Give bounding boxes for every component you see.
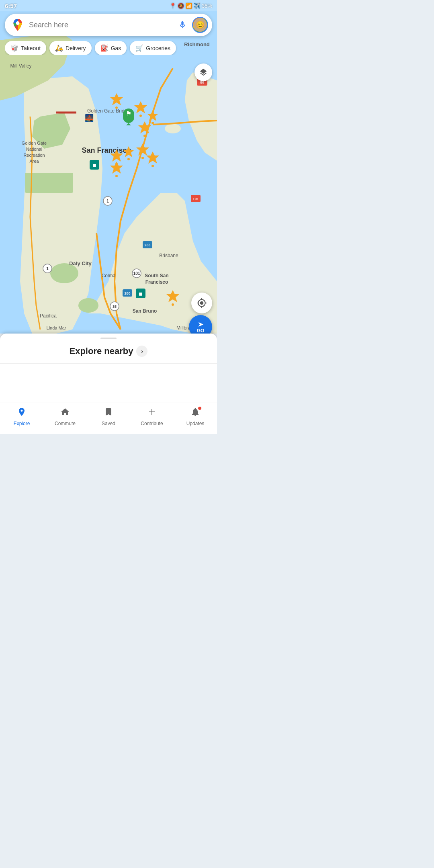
microphone-icon[interactable] [175,18,190,32]
nav-item-contribute[interactable]: Contribute [140,407,164,426]
groceries-pill[interactable]: 🛒 Groceries [130,41,176,55]
delivery-label: Delivery [66,45,86,51]
svg-point-50 [143,135,146,137]
nav-item-updates[interactable]: Updates [183,407,207,426]
updates-badge [198,406,202,410]
commute-nav-label: Commute [55,421,76,426]
groceries-icon: 🛒 [135,44,143,52]
svg-point-57 [151,165,154,167]
svg-text:◼: ◼ [92,162,96,168]
svg-text:Golden Gate: Golden Gate [22,141,47,145]
svg-text:◼: ◼ [139,291,143,297]
svg-point-49 [151,122,154,124]
svg-text:⚑: ⚑ [126,110,131,117]
nav-item-saved[interactable]: Saved [96,407,121,426]
svg-point-4 [165,124,181,133]
svg-text:Area: Area [29,159,39,164]
svg-text:Daly City: Daly City [69,260,92,266]
search-bar[interactable]: 😊 [5,14,212,36]
contribute-nav-icon [147,407,157,419]
gas-label: Gas [111,45,121,51]
takeout-label: Takeout [21,45,41,51]
maps-logo-icon [10,18,25,32]
svg-text:Colma: Colma [102,273,116,278]
nav-item-explore[interactable]: Explore [10,407,34,426]
svg-text:South San: South San [145,273,168,278]
category-pills: 🥡 Takeout 🛵 Delivery ⛽ Gas 🛒 Groceries [5,41,212,55]
svg-point-48 [139,115,142,117]
wifi-icon: 📶 [186,3,192,9]
silent-icon: 🔕 [178,3,184,9]
my-location-button[interactable] [191,293,212,313]
svg-text:101: 101 [192,197,199,201]
go-nav-arrow-icon: ➤ [198,320,204,329]
svg-text:Recreation: Recreation [23,153,45,158]
search-input[interactable] [29,21,175,29]
bottom-navigation: Explore Commute Saved Contribute [0,403,217,434]
status-time: 6:57 [5,2,17,9]
status-bar: 6:57 📍 🔕 📶 ✈️ 35% [0,0,217,11]
nav-item-commute[interactable]: Commute [53,407,77,426]
explore-nearby-label: Explore nearby [70,346,133,356]
explore-nav-label: Explore [14,421,30,426]
svg-point-63 [172,303,174,306]
svg-text:101: 101 [133,271,140,276]
svg-point-47 [115,106,118,109]
contribute-nav-label: Contribute [141,421,163,426]
updates-nav-label: Updates [186,421,205,426]
takeout-icon: 🥡 [10,44,18,52]
svg-text:Pacifica: Pacifica [40,313,57,319]
gas-icon: ⛽ [100,44,108,52]
groceries-label: Groceries [146,45,170,51]
svg-text:35: 35 [113,305,117,309]
explore-chevron-icon[interactable]: › [136,346,147,357]
battery-level: 35% [202,3,212,9]
svg-text:🌉: 🌉 [85,114,94,123]
sheet-handle [100,338,117,339]
svg-text:1: 1 [46,266,49,271]
explore-nav-icon [17,407,27,419]
delivery-pill[interactable]: 🛵 Delivery [49,41,92,55]
commute-nav-icon [60,407,70,419]
avatar-image: 😊 [193,18,207,32]
saved-nav-icon [104,407,113,419]
avatar[interactable]: 😊 [192,17,208,33]
status-icons: 📍 🔕 📶 ✈️ 35% [170,3,212,9]
svg-text:National: National [26,147,42,151]
svg-point-55 [127,158,130,160]
svg-point-64 [16,21,20,25]
gas-pill[interactable]: ⛽ Gas [95,41,127,55]
svg-text:Francisco: Francisco [145,279,168,285]
svg-text:Mill Valley: Mill Valley [10,63,31,69]
svg-point-58 [115,175,118,177]
svg-text:Linda Mar: Linda Mar [47,326,66,330]
airplane-icon: ✈️ [194,3,200,9]
go-label: GO [197,328,205,334]
layers-button[interactable] [194,63,212,81]
updates-nav-icon [190,407,200,419]
svg-text:280: 280 [124,291,130,295]
location-status-icon: 📍 [170,3,176,9]
saved-nav-label: Saved [102,421,115,426]
svg-text:San Bruno: San Bruno [133,308,157,314]
svg-text:Brisbane: Brisbane [159,253,178,258]
takeout-pill[interactable]: 🥡 Takeout [5,41,46,55]
svg-text:1: 1 [106,199,109,203]
svg-point-56 [141,157,144,159]
explore-nearby-section[interactable]: Explore nearby › [0,346,217,364]
svg-text:280: 280 [144,243,150,247]
svg-point-9 [78,298,98,313]
delivery-icon: 🛵 [55,44,63,52]
